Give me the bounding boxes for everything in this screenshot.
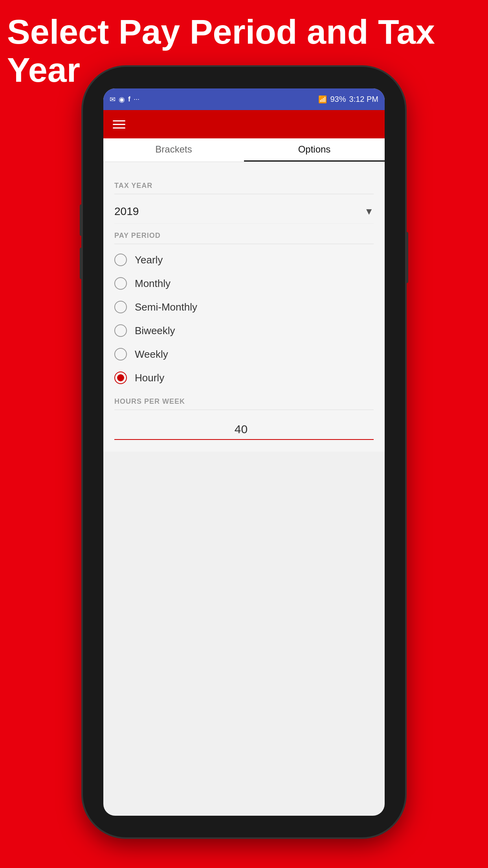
reddit-status-icon: ◉ bbox=[119, 95, 125, 104]
hours-per-week-section: HOURS PER WEEK bbox=[114, 397, 374, 440]
time-text: 3:12 PM bbox=[349, 95, 378, 104]
tax-year-section: TAX YEAR 2019 ▼ bbox=[114, 182, 374, 224]
status-left-icons: ✉ ◉ f ··· bbox=[110, 95, 139, 104]
radio-circle-semi-monthly bbox=[114, 301, 127, 313]
tax-year-dropdown[interactable]: 2019 ▼ bbox=[114, 200, 374, 224]
radio-label-yearly: Yearly bbox=[135, 254, 163, 266]
radio-label-semi-monthly: Semi-Monthly bbox=[135, 301, 197, 313]
radio-hourly[interactable]: Hourly bbox=[114, 368, 374, 388]
radio-circle-yearly bbox=[114, 254, 127, 266]
radio-weekly[interactable]: Weekly bbox=[114, 344, 374, 364]
radio-label-weekly: Weekly bbox=[135, 348, 168, 360]
phone-screen: ✉ ◉ f ··· 📶 93% 3:12 PM bbox=[103, 88, 385, 816]
wifi-icon: 📶 bbox=[318, 95, 327, 104]
app-toolbar bbox=[103, 110, 385, 138]
battery-text: 93% bbox=[330, 95, 346, 104]
hamburger-menu-button[interactable] bbox=[113, 120, 125, 129]
tab-options[interactable]: Options bbox=[244, 138, 385, 162]
more-status-icon: ··· bbox=[134, 95, 139, 103]
tax-year-divider bbox=[114, 194, 374, 194]
status-bar: ✉ ◉ f ··· 📶 93% 3:12 PM bbox=[103, 88, 385, 110]
radio-inner-hourly bbox=[117, 374, 124, 381]
phone-volume-down-button bbox=[80, 248, 83, 279]
hamburger-line-2 bbox=[113, 124, 125, 125]
email-status-icon: ✉ bbox=[110, 95, 116, 104]
facebook-status-icon: f bbox=[128, 95, 130, 103]
hours-per-week-input[interactable] bbox=[114, 419, 374, 440]
pay-period-radio-group: Yearly Monthly Semi-Monthly bbox=[114, 250, 374, 388]
phone-power-button bbox=[405, 232, 408, 283]
tab-bar: Brackets Options bbox=[103, 138, 385, 162]
phone-mockup: ✉ ◉ f ··· 📶 93% 3:12 PM bbox=[83, 67, 405, 837]
pay-period-section: PAY PERIOD Yearly Monthly bbox=[114, 232, 374, 388]
content-area: TAX YEAR 2019 ▼ PAY PERIOD bbox=[103, 162, 385, 452]
radio-circle-biweekly bbox=[114, 324, 127, 337]
radio-label-biweekly: Biweekly bbox=[135, 325, 175, 337]
hamburger-line-3 bbox=[113, 127, 125, 129]
radio-label-hourly: Hourly bbox=[135, 372, 164, 384]
pay-period-label: PAY PERIOD bbox=[114, 232, 374, 240]
radio-circle-weekly bbox=[114, 348, 127, 360]
radio-monthly[interactable]: Monthly bbox=[114, 273, 374, 294]
phone-body: ✉ ◉ f ··· 📶 93% 3:12 PM bbox=[83, 67, 405, 837]
hamburger-line-1 bbox=[113, 120, 125, 121]
hours-input-container bbox=[114, 416, 374, 440]
tax-year-value: 2019 bbox=[114, 205, 139, 218]
tab-brackets[interactable]: Brackets bbox=[103, 138, 244, 162]
dropdown-arrow-icon: ▼ bbox=[364, 206, 374, 217]
phone-volume-up-button bbox=[80, 204, 83, 236]
radio-biweekly[interactable]: Biweekly bbox=[114, 320, 374, 341]
tax-year-label: TAX YEAR bbox=[114, 182, 374, 190]
radio-circle-monthly bbox=[114, 277, 127, 290]
radio-semi-monthly[interactable]: Semi-Monthly bbox=[114, 297, 374, 317]
radio-label-monthly: Monthly bbox=[135, 278, 171, 290]
status-right-info: 📶 93% 3:12 PM bbox=[318, 95, 378, 104]
radio-yearly[interactable]: Yearly bbox=[114, 250, 374, 270]
pay-period-divider bbox=[114, 244, 374, 244]
hours-per-week-label: HOURS PER WEEK bbox=[114, 397, 374, 406]
radio-circle-hourly bbox=[114, 371, 127, 384]
hours-per-week-divider bbox=[114, 410, 374, 410]
